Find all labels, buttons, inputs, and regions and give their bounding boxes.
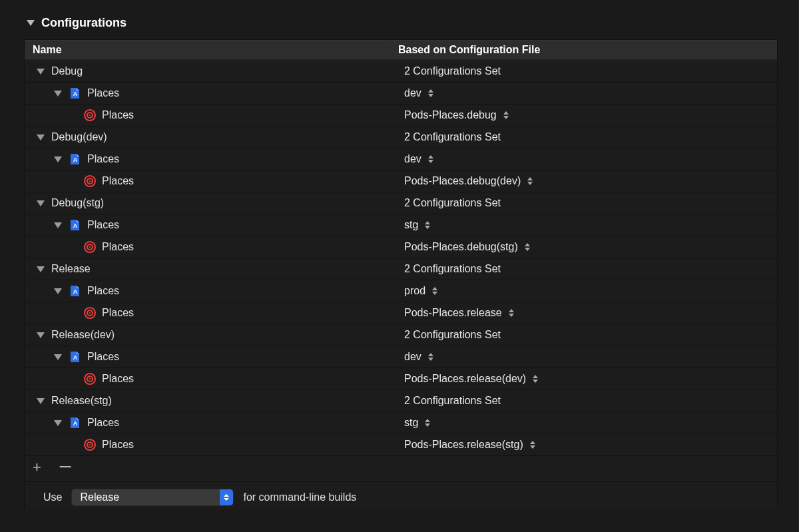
- cell-based: 2 Configurations Set: [390, 197, 777, 209]
- cell-name: A Places: [25, 218, 390, 232]
- svg-text:A: A: [73, 288, 78, 295]
- remove-configuration-button[interactable]: –: [60, 458, 71, 473]
- cell-based[interactable]: dev: [390, 351, 777, 363]
- cell-name: Debug(dev): [25, 131, 390, 143]
- cell-based: 2 Configurations Set: [390, 65, 777, 77]
- config-group-row[interactable]: Debug 2 Configurations Set: [25, 61, 777, 83]
- disclosure-triangle-icon[interactable]: [54, 288, 62, 294]
- table-footer-controls: + –: [25, 456, 777, 482]
- target-icon: [83, 372, 97, 386]
- svg-point-15: [89, 312, 91, 314]
- cell-name: A Places: [25, 152, 390, 166]
- row-name-label: Debug: [51, 65, 83, 77]
- config-target-row[interactable]: Places Pods-Places.release(dev): [25, 368, 777, 390]
- cell-based[interactable]: Pods-Places.release(stg): [390, 439, 777, 451]
- config-project-row[interactable]: A Places stg: [25, 412, 777, 434]
- config-target-row[interactable]: Places Pods-Places.debug: [25, 105, 777, 127]
- row-based-value: 2 Configurations Set: [404, 395, 501, 407]
- row-based-value: 2 Configurations Set: [404, 197, 501, 209]
- row-name-label: Places: [87, 351, 119, 363]
- disclosure-triangle-icon[interactable]: [37, 332, 45, 338]
- disclosure-triangle-icon[interactable]: [54, 156, 62, 162]
- disclosure-triangle-icon[interactable]: [54, 420, 62, 426]
- cell-based[interactable]: Pods-Places.release(dev): [390, 373, 777, 385]
- svg-text:A: A: [73, 222, 78, 229]
- use-label-prefix: Use: [43, 491, 62, 503]
- config-project-row[interactable]: A Places dev: [25, 148, 777, 170]
- disclosure-triangle-icon[interactable]: [37, 69, 45, 75]
- row-name-label: Places: [87, 285, 119, 297]
- row-name-label: Places: [102, 109, 134, 121]
- row-based-value: stg: [404, 219, 418, 231]
- config-target-row[interactable]: Places Pods-Places.release(stg): [25, 434, 777, 456]
- stepper-arrows-icon: [530, 441, 535, 449]
- config-project-row[interactable]: A Places prod: [25, 280, 777, 302]
- config-project-row[interactable]: A Places dev: [25, 83, 777, 105]
- use-label-suffix: for command-line builds: [243, 491, 356, 503]
- target-icon: [83, 174, 97, 188]
- cell-based[interactable]: stg: [390, 219, 777, 231]
- row-based-value: dev: [404, 87, 421, 99]
- row-name-label: Places: [102, 307, 134, 319]
- row-name-label: Places: [102, 439, 134, 451]
- row-based-value: Pods-Places.release: [404, 307, 502, 319]
- cell-name: Places: [25, 372, 390, 386]
- row-based-value: Pods-Places.debug: [404, 109, 497, 121]
- project-icon: A: [69, 152, 82, 166]
- column-header-name[interactable]: Name: [25, 40, 390, 60]
- svg-point-3: [89, 115, 91, 116]
- cell-based[interactable]: stg: [390, 417, 777, 429]
- disclosure-triangle-icon[interactable]: [54, 222, 62, 228]
- cell-name: Places: [25, 438, 390, 451]
- disclosure-triangle-icon[interactable]: [54, 91, 62, 97]
- disclosure-triangle-icon[interactable]: [54, 354, 62, 360]
- config-target-row[interactable]: Places Pods-Places.release: [25, 302, 777, 324]
- add-configuration-button[interactable]: +: [33, 460, 41, 475]
- row-name-label: Places: [87, 87, 119, 99]
- cell-based[interactable]: dev: [390, 87, 777, 99]
- stepper-arrows-icon: [525, 243, 530, 251]
- config-group-row[interactable]: Debug(stg) 2 Configurations Set: [25, 192, 777, 214]
- target-icon: [83, 109, 97, 122]
- stepper-arrows-icon: [503, 111, 509, 119]
- row-name-label: Places: [87, 219, 119, 231]
- config-group-row[interactable]: Debug(dev) 2 Configurations Set: [25, 127, 777, 148]
- row-name-label: Debug(stg): [51, 197, 104, 209]
- column-header-based[interactable]: Based on Configuration File: [390, 40, 777, 60]
- cell-name: Places: [25, 109, 390, 122]
- config-target-row[interactable]: Places Pods-Places.debug(dev): [25, 170, 777, 192]
- svg-text:A: A: [73, 156, 78, 163]
- cell-name: A Places: [25, 284, 390, 298]
- row-based-value: dev: [404, 351, 421, 363]
- cell-based[interactable]: dev: [390, 153, 777, 165]
- row-based-value: stg: [404, 417, 418, 429]
- config-project-row[interactable]: A Places stg: [25, 214, 777, 236]
- config-project-row[interactable]: A Places dev: [25, 346, 777, 368]
- cell-name: A Places: [25, 350, 390, 364]
- cell-based[interactable]: Pods-Places.debug: [390, 109, 777, 121]
- use-configuration-popup[interactable]: Release: [71, 489, 234, 506]
- config-group-row[interactable]: Release(stg) 2 Configurations Set: [25, 390, 777, 412]
- row-name-label: Places: [102, 241, 134, 253]
- row-based-value: Pods-Places.release(dev): [404, 373, 526, 385]
- disclosure-triangle-icon[interactable]: [37, 200, 45, 206]
- cell-based[interactable]: Pods-Places.debug(dev): [390, 175, 777, 187]
- disclosure-triangle-icon[interactable]: [37, 398, 45, 404]
- use-configuration-value: Release: [80, 491, 119, 503]
- cell-based[interactable]: Pods-Places.release: [390, 307, 777, 319]
- configurations-table: Name Based on Configuration File Debug 2…: [24, 39, 778, 509]
- config-target-row[interactable]: Places Pods-Places.debug(stg): [25, 236, 777, 258]
- cell-based[interactable]: prod: [390, 285, 777, 297]
- section-title: Configurations: [41, 16, 127, 30]
- row-based-value: 2 Configurations Set: [404, 263, 501, 275]
- project-icon: A: [69, 284, 82, 298]
- cell-based[interactable]: Pods-Places.debug(stg): [390, 241, 777, 253]
- cell-name: Places: [25, 240, 390, 254]
- section-header[interactable]: Configurations: [24, 16, 778, 30]
- svg-text:A: A: [73, 354, 78, 361]
- cell-name: Release: [25, 263, 390, 275]
- config-group-row[interactable]: Release 2 Configurations Set: [25, 258, 777, 280]
- config-group-row[interactable]: Release(dev) 2 Configurations Set: [25, 324, 777, 346]
- disclosure-triangle-icon[interactable]: [37, 266, 45, 272]
- disclosure-triangle-icon[interactable]: [37, 134, 45, 140]
